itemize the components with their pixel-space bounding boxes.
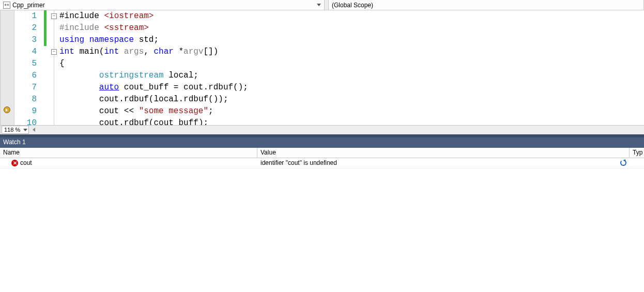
member-scope-label: (Global Scope) xyxy=(332,2,640,9)
watch-col-type[interactable]: Typ xyxy=(630,148,644,158)
line-number: 7 xyxy=(14,82,44,94)
cpp-file-icon: ++ xyxy=(3,2,10,9)
breakpoint-gutter[interactable] xyxy=(1,70,14,82)
line-number: 4 xyxy=(14,46,44,58)
code-text[interactable]: #include <iostream> xyxy=(58,10,644,22)
code-text[interactable]: cout << "some message"; xyxy=(58,105,644,117)
code-text[interactable]: cout.rdbuf(local.rdbuf()); xyxy=(58,94,644,105)
file-scope-dropdown[interactable]: ++ Cpp_primer xyxy=(0,0,325,10)
change-marker xyxy=(44,46,51,58)
member-scope-dropdown[interactable]: (Global Scope) xyxy=(329,0,644,10)
modified-marker xyxy=(44,34,47,46)
outline-gutter: − xyxy=(51,10,58,22)
breakpoint-gutter[interactable] xyxy=(1,94,14,105)
error-icon: ✕ xyxy=(11,160,18,166)
breakpoint-gutter[interactable] xyxy=(1,22,14,34)
chevron-down-icon xyxy=(23,129,27,131)
code-line: 7 auto cout_buff = cout.rdbuf(); xyxy=(1,82,644,94)
line-number: 10 xyxy=(14,117,44,125)
outline-gutter xyxy=(51,105,58,117)
code-text[interactable]: { xyxy=(58,58,644,70)
code-text[interactable]: ostringstream local; xyxy=(58,70,644,82)
breakpoint-gutter[interactable] xyxy=(1,105,14,117)
line-number: 8 xyxy=(14,94,44,105)
fold-toggle[interactable]: − xyxy=(51,13,57,19)
editor-pane: 1−#include <iostream>2#include <sstream>… xyxy=(0,10,644,134)
watch-empty-area[interactable] xyxy=(0,168,644,293)
line-number: 2 xyxy=(14,22,44,34)
code-line: 9 cout << "some message"; xyxy=(1,105,644,117)
line-number: 9 xyxy=(14,105,44,117)
modified-marker xyxy=(44,22,47,34)
watch-name-text: cout xyxy=(20,159,32,166)
chevron-down-icon xyxy=(317,4,321,6)
change-marker xyxy=(44,34,51,46)
outline-gutter xyxy=(51,117,58,125)
change-marker xyxy=(44,94,51,105)
watch-row[interactable]: ✕coutidentifier "cout" is undefined xyxy=(0,158,644,168)
code-line: 2#include <sstream> xyxy=(1,22,644,34)
refresh-icon xyxy=(620,160,626,166)
code-line: 10 cout.rdbuf(cout_buff); xyxy=(1,117,644,125)
breakpoint-icon[interactable] xyxy=(4,106,10,113)
breakpoint-gutter[interactable] xyxy=(1,34,14,46)
line-number: 5 xyxy=(14,58,44,70)
change-marker xyxy=(44,105,51,117)
zoom-bar: 118 % xyxy=(1,125,644,134)
outline-gutter xyxy=(51,82,58,94)
watch-value-text: identifier "cout" is undefined xyxy=(260,159,617,166)
change-marker xyxy=(44,10,51,22)
fold-toggle[interactable]: − xyxy=(51,49,57,55)
code-text[interactable]: using namespace std; xyxy=(58,34,644,46)
context-bar: ++ Cpp_primer (Global Scope) xyxy=(0,0,644,10)
breakpoint-gutter[interactable] xyxy=(1,10,14,22)
code-text[interactable]: int main(int args, char *argv[]) xyxy=(58,46,644,58)
code-line: 1−#include <iostream> xyxy=(1,10,644,22)
zoom-combo[interactable]: 118 % xyxy=(2,126,29,134)
change-marker xyxy=(44,70,51,82)
watch-row-name[interactable]: ✕cout xyxy=(0,159,257,166)
file-scope-label: Cpp_primer xyxy=(12,2,314,9)
code-line: 8 cout.rdbuf(local.rdbuf()); xyxy=(1,94,644,105)
breakpoint-gutter[interactable] xyxy=(1,58,14,70)
watch-body: ✕coutidentifier "cout" is undefined xyxy=(0,158,644,168)
outline-gutter xyxy=(51,34,58,46)
watch-panel-title[interactable]: Watch 1 xyxy=(0,137,644,148)
code-text[interactable]: auto cout_buff = cout.rdbuf(); xyxy=(58,82,644,94)
watch-header: Name Value Typ xyxy=(0,148,644,158)
breakpoint-gutter[interactable] xyxy=(1,117,14,125)
code-text[interactable]: #include <sstream> xyxy=(58,22,644,34)
watch-refresh-button[interactable] xyxy=(617,160,630,166)
zoom-level: 118 % xyxy=(4,127,20,133)
outline-gutter: − xyxy=(51,46,58,58)
code-line: 3using namespace std; xyxy=(1,34,644,46)
outline-gutter xyxy=(51,58,58,70)
watch-col-name[interactable]: Name xyxy=(0,148,257,158)
code-line: 4−int main(int args, char *argv[]) xyxy=(1,46,644,58)
code-line: 6 ostringstream local; xyxy=(1,70,644,82)
line-number: 6 xyxy=(14,70,44,82)
breakpoint-gutter[interactable] xyxy=(1,46,14,58)
code-table: 1−#include <iostream>2#include <sstream>… xyxy=(1,10,644,125)
scroll-left-icon[interactable] xyxy=(31,126,36,134)
code-editor[interactable]: 1−#include <iostream>2#include <sstream>… xyxy=(1,10,644,125)
line-number: 3 xyxy=(14,34,44,46)
outline-gutter xyxy=(51,70,58,82)
code-line: 5{ xyxy=(1,58,644,70)
watch-col-value[interactable]: Value xyxy=(257,148,630,158)
change-marker xyxy=(44,82,51,94)
change-marker xyxy=(44,58,51,70)
line-number: 1 xyxy=(14,10,44,22)
nav-divider xyxy=(325,0,329,10)
breakpoint-gutter[interactable] xyxy=(1,82,14,94)
watch-row-value[interactable]: identifier "cout" is undefined xyxy=(257,159,617,166)
change-marker xyxy=(44,117,51,125)
outline-gutter xyxy=(51,94,58,105)
change-marker xyxy=(44,22,51,34)
code-text[interactable]: cout.rdbuf(cout_buff); xyxy=(58,117,644,125)
modified-marker xyxy=(44,10,47,22)
outline-gutter xyxy=(51,22,58,34)
